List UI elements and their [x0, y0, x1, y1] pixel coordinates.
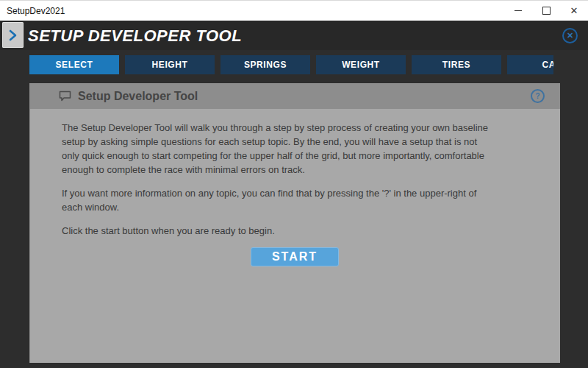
- chevron-right-icon: [9, 29, 17, 41]
- tab-springs[interactable]: SPRINGS: [220, 55, 310, 74]
- app-title: SETUP DEVELOPER TOOL: [28, 21, 242, 50]
- app-close-button[interactable]: ✕: [562, 28, 578, 43]
- tab-select[interactable]: SELECT: [29, 55, 119, 74]
- tab-bar: SELECT HEIGHT SPRINGS WEIGHT TIRES CAS: [29, 55, 553, 74]
- close-icon: ✕: [570, 5, 578, 16]
- start-button-row: START: [29, 247, 560, 266]
- setup-tool-panel: Setup Developer Tool ? The Setup Develop…: [29, 83, 560, 363]
- titlebar: SetupDev2021 ✕: [0, 0, 588, 21]
- speech-bubble-icon: [59, 91, 71, 102]
- panel-body: The Setup Developer Tool will walk you t…: [29, 109, 560, 266]
- minimize-icon: [514, 10, 522, 11]
- tab-weight[interactable]: WEIGHT: [316, 55, 406, 74]
- tab-tires[interactable]: TIRES: [412, 55, 501, 74]
- panel-title: Setup Developer Tool: [78, 90, 198, 103]
- help-info-paragraph: If you want more information on any topi…: [62, 186, 497, 214]
- maximize-button[interactable]: [532, 1, 560, 21]
- window-title: SetupDev2021: [7, 6, 65, 16]
- panel-header: Setup Developer Tool ?: [29, 83, 560, 109]
- maximize-icon: [542, 7, 551, 15]
- start-instruction-paragraph: Click the start button when you are read…: [62, 224, 497, 238]
- close-window-button[interactable]: ✕: [560, 1, 588, 21]
- window-controls: ✕: [504, 1, 588, 21]
- minimize-button[interactable]: [504, 1, 532, 21]
- tab-caster[interactable]: CAS: [507, 55, 553, 74]
- help-button[interactable]: ?: [531, 89, 545, 103]
- sidebar-expand-button[interactable]: [2, 22, 24, 48]
- question-mark-icon: ?: [535, 93, 539, 100]
- start-button[interactable]: START: [251, 247, 339, 266]
- app-header: SETUP DEVELOPER TOOL ✕: [0, 21, 588, 50]
- intro-paragraph: The Setup Developer Tool will walk you t…: [62, 121, 497, 177]
- close-circle-icon: ✕: [567, 32, 573, 40]
- app-window: { "window": { "title": "SetupDev2021", "…: [0, 0, 588, 368]
- tab-height[interactable]: HEIGHT: [125, 55, 215, 74]
